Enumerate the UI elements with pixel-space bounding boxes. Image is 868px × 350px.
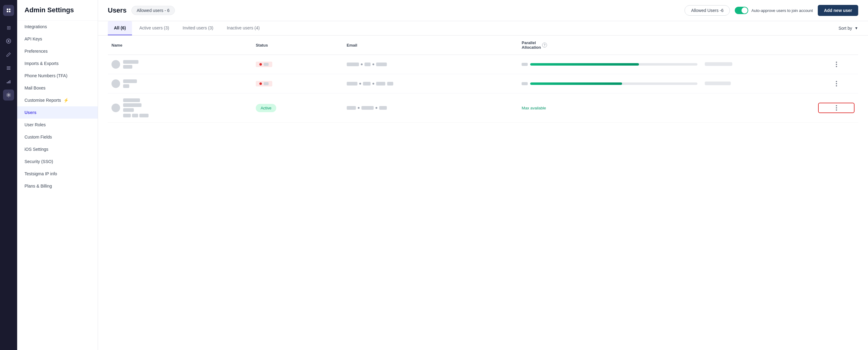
progress-bar bbox=[530, 83, 698, 85]
icon-sidebar: ⊞ bbox=[0, 0, 17, 350]
email-blur-1 bbox=[347, 106, 356, 110]
grid-nav-icon[interactable]: ⊞ bbox=[3, 22, 14, 33]
extra-col-blur bbox=[705, 82, 731, 85]
sidebar-item-users[interactable]: Users bbox=[17, 106, 98, 119]
user-avatar bbox=[112, 79, 120, 88]
user-email-cell bbox=[343, 55, 518, 74]
row-actions-button[interactable] bbox=[818, 60, 855, 69]
email-dot-2 bbox=[372, 83, 374, 85]
status-dot bbox=[259, 63, 262, 66]
user-detail-blur-2 bbox=[132, 114, 138, 117]
chart-nav-icon[interactable] bbox=[3, 35, 14, 47]
sort-by-container[interactable]: Sort by ▼ bbox=[839, 26, 858, 31]
user-sub-blur bbox=[123, 84, 129, 88]
sort-by-chevron-icon: ▼ bbox=[855, 26, 858, 30]
page-title: Users bbox=[108, 6, 126, 14]
tab-all[interactable]: All (6) bbox=[108, 21, 132, 35]
svg-rect-7 bbox=[9, 80, 10, 83]
sidebar-item-label: API Keys bbox=[25, 36, 42, 41]
sidebar-item-label: User Roles bbox=[25, 122, 45, 127]
user-status-cell bbox=[252, 74, 343, 93]
user-name-cell bbox=[108, 55, 252, 74]
list-nav-icon[interactable] bbox=[3, 62, 14, 74]
user-actions-cell bbox=[814, 93, 858, 123]
email-blur-3 bbox=[379, 106, 387, 110]
sidebar-item-user-roles[interactable]: User Roles bbox=[17, 119, 98, 131]
email-dot-2 bbox=[375, 107, 377, 109]
sidebar-item-label: Plans & Billing bbox=[25, 183, 52, 188]
sidebar-item-phone-numbers[interactable]: Phone Numbers (TFA) bbox=[17, 69, 98, 82]
sidebar-item-integrations[interactable]: Integrations bbox=[17, 21, 98, 33]
auto-approve-toggle[interactable] bbox=[735, 7, 748, 14]
sidebar-item-label: Imports & Exports bbox=[25, 61, 59, 66]
tab-invited-users[interactable]: Invited users (3) bbox=[177, 21, 219, 35]
allowed-users-badge-right: Allowed Users -6 bbox=[685, 5, 730, 16]
user-sub-blur bbox=[123, 108, 134, 112]
page-header: Users Allowed users - 6 Allowed Users -6… bbox=[98, 0, 868, 21]
user-parallel-cell bbox=[518, 55, 701, 74]
parallel-info-icon[interactable]: ? bbox=[542, 42, 547, 48]
email-dot-2 bbox=[372, 63, 374, 65]
email-blur-3 bbox=[376, 82, 385, 86]
user-name-blur bbox=[123, 79, 137, 83]
table-header-row: Name Status Email ParallelAllocation ? bbox=[108, 35, 858, 55]
settings-nav-icon[interactable] bbox=[3, 89, 14, 100]
email-blur-2 bbox=[363, 82, 371, 86]
user-email-cell bbox=[343, 93, 518, 123]
sidebar-item-security-sso[interactable]: Security (SSO) bbox=[17, 155, 98, 168]
status-badge-active: Active bbox=[256, 104, 276, 112]
tab-inactive-users[interactable]: Inactive users (4) bbox=[221, 21, 266, 35]
email-blur-1 bbox=[347, 82, 358, 86]
user-extra-cell bbox=[701, 55, 814, 74]
col-header-extra bbox=[701, 35, 814, 55]
email-dot bbox=[359, 83, 361, 85]
email-blur-1 bbox=[347, 62, 359, 66]
user-parallel-cell bbox=[518, 74, 701, 93]
main-content: Users Allowed users - 6 Allowed Users -6… bbox=[98, 0, 868, 350]
user-avatar bbox=[112, 104, 120, 112]
svg-rect-4 bbox=[7, 69, 10, 69]
sidebar-item-api-keys[interactable]: API Keys bbox=[17, 33, 98, 45]
add-new-user-button[interactable]: Add new user bbox=[818, 5, 858, 16]
email-dot bbox=[361, 63, 363, 65]
email-dot bbox=[358, 107, 360, 109]
sidebar-title: Admin Settings bbox=[17, 0, 98, 21]
progress-bar bbox=[530, 63, 698, 66]
allowed-users-badge-left: Allowed users - 6 bbox=[131, 6, 175, 15]
tab-active-users[interactable]: Active users (3) bbox=[133, 21, 175, 35]
table-row bbox=[108, 55, 858, 74]
user-actions-cell bbox=[814, 74, 858, 93]
sidebar-item-custom-fields[interactable]: Custom Fields bbox=[17, 131, 98, 143]
sidebar-item-label: Users bbox=[25, 110, 36, 115]
analytics-nav-icon[interactable] bbox=[3, 76, 14, 87]
flash-icon: ⚡ bbox=[63, 98, 69, 103]
sidebar-item-mail-boxes[interactable]: Mail Boxes bbox=[17, 82, 98, 94]
user-detail-blur-3 bbox=[140, 114, 149, 117]
sidebar-item-testsigma-ip[interactable]: Testsigma IP info bbox=[17, 168, 98, 180]
app-logo[interactable] bbox=[3, 5, 14, 16]
sidebar-item-ios-settings[interactable]: iOS Settings bbox=[17, 143, 98, 155]
svg-rect-2 bbox=[7, 66, 10, 67]
edit-nav-icon[interactable] bbox=[3, 49, 14, 60]
sidebar-item-label: Integrations bbox=[25, 24, 47, 29]
email-blur-2 bbox=[365, 62, 371, 66]
status-badge-inactive bbox=[256, 81, 272, 86]
sidebar-item-label: Custom Fields bbox=[25, 135, 52, 140]
sidebar-item-plans-billing[interactable]: Plans & Billing bbox=[17, 180, 98, 192]
progress-fill bbox=[530, 83, 622, 85]
sort-by-label: Sort by bbox=[839, 26, 852, 31]
sidebar-item-customise-reports[interactable]: Customise Reports ⚡ bbox=[17, 94, 98, 106]
email-blur-4 bbox=[387, 82, 393, 86]
user-detail-blur bbox=[123, 114, 131, 117]
svg-point-1 bbox=[8, 40, 9, 42]
sidebar-item-imports-exports[interactable]: Imports & Exports bbox=[17, 57, 98, 69]
row-actions-button-highlighted[interactable] bbox=[818, 103, 855, 113]
user-name-blur-2 bbox=[123, 103, 142, 107]
user-name-blur bbox=[123, 60, 138, 64]
status-text-blur bbox=[264, 82, 269, 85]
row-actions-button[interactable] bbox=[818, 79, 855, 88]
nav-sidebar: Admin Settings Integrations API Keys Pre… bbox=[17, 0, 98, 350]
auto-approve-toggle-container: Auto-approve users to join account bbox=[735, 7, 813, 14]
svg-rect-6 bbox=[8, 81, 9, 83]
sidebar-item-preferences[interactable]: Preferences bbox=[17, 45, 98, 57]
